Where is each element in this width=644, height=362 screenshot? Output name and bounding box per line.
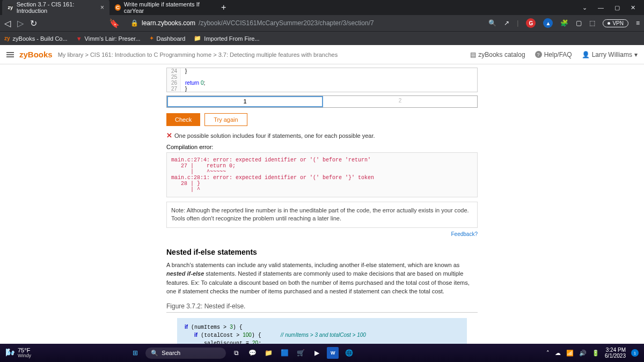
code-editor-tail: 24} 25 26 return 0; 27}: [166, 68, 478, 92]
start-button[interactable]: ⊞: [129, 347, 141, 359]
tab-favicon-c: C: [115, 4, 121, 11]
zybooks-logo[interactable]: zyBooks: [19, 50, 53, 59]
address-bar[interactable]: 🔒 learn.zybooks.com/zybook/AVCCIS161McCa…: [126, 19, 378, 27]
taskbar-app-word[interactable]: W: [327, 347, 339, 359]
help-icon: ?: [535, 51, 542, 58]
tray-battery-icon[interactable]: 🔋: [592, 350, 599, 357]
minimize-icon[interactable]: —: [598, 4, 604, 11]
tray-volume-icon[interactable]: 🔊: [579, 350, 587, 357]
browser-tab-bar: zy Section 3.7 - CIS 161: Introduction ×…: [0, 0, 644, 15]
taskbar-app-1[interactable]: 💬: [246, 347, 258, 359]
vpn-badge[interactable]: VPN: [603, 19, 628, 27]
section-paragraph: A branch's statements can include any va…: [166, 261, 478, 296]
bookmark-icon[interactable]: 🔖: [109, 18, 120, 28]
tab-title: Section 3.7 - CIS 161: Introduction: [17, 1, 97, 14]
breadcrumb[interactable]: My library > CIS 161: Introduction to C …: [58, 51, 338, 58]
notification-icon[interactable]: 1: [631, 349, 639, 357]
extension-icon-1[interactable]: G: [526, 18, 536, 28]
tab-favicon-zy: zy: [8, 4, 13, 11]
windows-taskbar: 🌬️ 75°F Windy ⊞ 🔍 Search ⧉ 💬 📁 🟦 🛒 ▶ W 🌐…: [0, 344, 644, 362]
url-domain: learn.zybooks.com: [142, 19, 195, 27]
bookmark-imported[interactable]: 📁Imported From Fire...: [194, 35, 259, 42]
feedback-link[interactable]: Feedback?: [451, 231, 478, 237]
browser-nav-bar: ◁ ▷ ↻ 🔖 🔒 learn.zybooks.com/zybook/AVCCI…: [0, 15, 644, 31]
window-icon[interactable]: ▢: [576, 19, 582, 27]
back-button[interactable]: ◁: [4, 18, 11, 28]
section-heading: Nested if-else statements: [166, 248, 478, 256]
x-icon: ✕: [166, 131, 172, 139]
search-icon: 🔍: [151, 350, 158, 357]
browser-tab-active[interactable]: zy Section 3.7 - CIS 161: Introduction ×: [2, 0, 109, 16]
weather-widget[interactable]: 🌬️ 75°F Windy: [5, 347, 31, 359]
taskbar-app-chrome[interactable]: 🌐: [343, 347, 355, 359]
close-icon[interactable]: ×: [100, 4, 104, 11]
tray-cloud-icon[interactable]: ☁: [555, 350, 561, 357]
maximize-icon[interactable]: ▢: [614, 4, 620, 11]
compilation-error-output: main.c:27:4: error: expected identifier …: [166, 152, 478, 197]
hint-text: ✕ One possible solution includes four if…: [166, 131, 478, 139]
search-icon[interactable]: 🔍: [488, 19, 496, 27]
forward-button[interactable]: ▷: [17, 18, 24, 28]
hamburger-icon[interactable]: [6, 52, 14, 57]
note-box: Note: Although the reported line number …: [166, 202, 478, 228]
check-button[interactable]: Check: [166, 113, 200, 126]
weather-icon: 🌬️: [5, 349, 14, 357]
lock-icon: 🔒: [130, 19, 138, 27]
extension-icon-2[interactable]: ▲: [543, 18, 553, 28]
user-menu[interactable]: 👤Larry Williams ▾: [582, 51, 638, 58]
bookmark-bar: zyzyBooks - Build Co... ▼Vimm's Lair: Pr…: [0, 31, 644, 45]
step-1[interactable]: 1: [167, 96, 323, 107]
condition: Windy: [18, 353, 31, 359]
bookmark-zybooks[interactable]: zyzyBooks - Build Co...: [4, 35, 68, 42]
taskbar-app-3[interactable]: 🟦: [279, 347, 290, 359]
chevron-down-icon[interactable]: ⌄: [582, 4, 587, 11]
catalog-link[interactable]: ▤zyBooks catalog: [470, 51, 525, 58]
user-icon: 👤: [582, 51, 590, 58]
step-2[interactable]: 2: [323, 96, 477, 107]
tab-title: Write multiple if statements If carYear: [124, 1, 211, 14]
puzzle-icon[interactable]: 🧩: [560, 19, 568, 27]
try-again-button[interactable]: Try again: [204, 113, 247, 126]
bookmark-vimms[interactable]: ▼Vimm's Lair: Preser...: [76, 35, 141, 42]
figure-title: Figure 3.7.2: Nested if-else.: [166, 302, 478, 313]
tray-wifi-icon[interactable]: 📶: [566, 350, 574, 357]
browser-tab-inactive[interactable]: C Write multiple if statements If carYea…: [109, 0, 217, 16]
figure-code: if (numItems > 3) { if (totalCost > 100)…: [177, 318, 467, 344]
bookmark-dashboard[interactable]: ✦Dashboard: [149, 35, 186, 42]
compilation-error-label: Compilation error:: [166, 144, 478, 150]
menu-icon[interactable]: ≡: [636, 19, 640, 27]
taskbar-app-2[interactable]: 📁: [262, 347, 274, 359]
help-link[interactable]: ?Help/FAQ: [535, 51, 572, 58]
url-path: /zybook/AVCCIS161McCarySummer2023/chapte…: [199, 19, 374, 27]
tray-chevron-icon[interactable]: ˄: [546, 350, 550, 357]
task-view-icon[interactable]: ⧉: [230, 347, 242, 359]
content-area: 24} 25 26 return 0; 27} 1 2 Check Try ag…: [0, 64, 644, 344]
book-icon: ▤: [470, 51, 476, 58]
taskbar-app-4[interactable]: 🛒: [295, 347, 306, 359]
taskbar-search[interactable]: 🔍 Search: [145, 348, 226, 359]
reload-button[interactable]: ↻: [30, 18, 37, 28]
close-window-icon[interactable]: ✕: [631, 4, 635, 11]
share-icon[interactable]: ↗: [504, 19, 509, 27]
progress-steps: 1 2: [166, 95, 478, 108]
taskbar-app-5[interactable]: ▶: [311, 347, 323, 359]
wallet-icon[interactable]: ⬚: [589, 19, 595, 27]
zybooks-header: zyBooks My library > CIS 161: Introducti…: [0, 45, 644, 64]
system-clock[interactable]: 3:24 PM 6/1/2023: [605, 347, 626, 359]
new-tab-button[interactable]: +: [217, 3, 230, 12]
